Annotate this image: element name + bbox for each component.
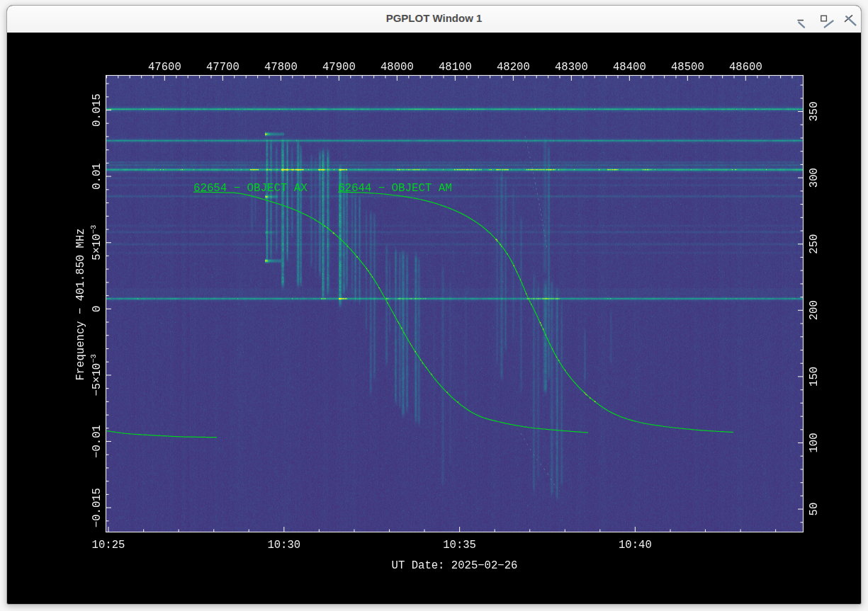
svg-text:100: 100 [808, 433, 821, 452]
svg-text:47900: 47900 [322, 61, 356, 74]
svg-text:48100: 48100 [439, 61, 472, 74]
svg-text:−5×10−3: −5×10−3 [89, 354, 103, 396]
svg-text:10:40: 10:40 [619, 539, 652, 552]
svg-text:0.01: 0.01 [91, 163, 103, 189]
svg-text:0: 0 [91, 306, 103, 312]
svg-text:250: 250 [808, 234, 821, 254]
svg-text:48400: 48400 [613, 61, 646, 74]
svg-text:10:35: 10:35 [443, 539, 476, 552]
svg-text:5×10−3: 5×10−3 [89, 225, 103, 261]
svg-text:48600: 48600 [729, 61, 762, 74]
svg-text:62654 − OBJECT AX: 62654 − OBJECT AX [193, 182, 308, 195]
svg-text:48000: 48000 [381, 61, 414, 74]
svg-text:−0.015: −0.015 [91, 488, 103, 527]
svg-text:48200: 48200 [497, 61, 530, 74]
svg-text:UT Date: 2025−02−26: UT Date: 2025−02−26 [392, 559, 518, 572]
svg-text:200: 200 [808, 300, 821, 320]
svg-text:10:25: 10:25 [92, 539, 125, 552]
svg-text:150: 150 [808, 367, 821, 387]
svg-text:62644 − OBJECT AM: 62644 − OBJECT AM [338, 182, 452, 195]
svg-text:0.015: 0.015 [91, 93, 103, 127]
svg-text:300: 300 [808, 168, 821, 188]
svg-text:10:30: 10:30 [267, 539, 300, 552]
svg-text:350: 350 [808, 101, 821, 121]
svg-text:47600: 47600 [148, 61, 181, 74]
svg-text:48500: 48500 [671, 61, 704, 74]
svg-text:47700: 47700 [206, 61, 239, 74]
svg-text:−0.01: −0.01 [91, 425, 103, 458]
svg-text:Frequency − 401.850 MHz: Frequency − 401.850 MHz [74, 228, 87, 380]
svg-text:50: 50 [808, 503, 821, 516]
svg-text:47800: 47800 [264, 61, 298, 74]
svg-text:48300: 48300 [555, 61, 588, 74]
